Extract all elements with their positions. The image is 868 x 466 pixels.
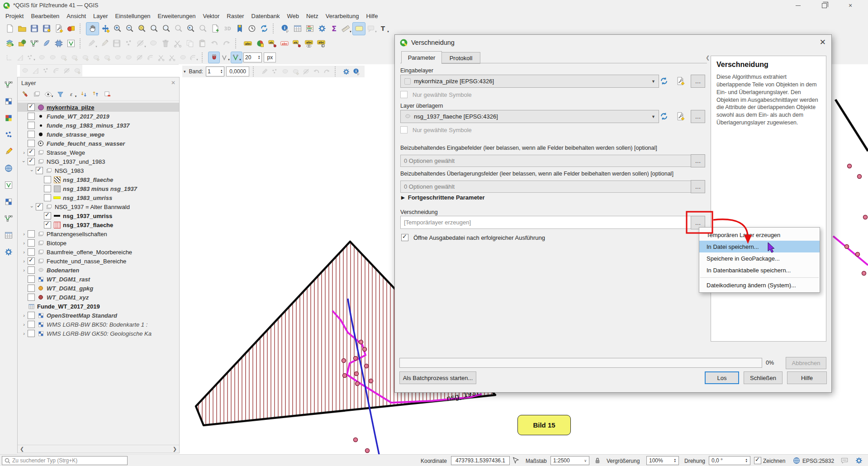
close-icon[interactable]: × bbox=[840, 0, 860, 11]
raster-grid-icon[interactable] bbox=[2, 95, 15, 107]
zoom-full-icon[interactable] bbox=[136, 23, 148, 35]
offset-curve-icon[interactable] bbox=[145, 52, 156, 63]
selected-features-only-checkbox-1[interactable]: Nur gewählte Symbole bbox=[400, 91, 472, 98]
layer-checkbox[interactable] bbox=[28, 113, 35, 120]
raster-checker-icon[interactable] bbox=[2, 196, 15, 208]
paste-features-icon[interactable] bbox=[196, 38, 208, 50]
processing-toolbox-icon[interactable] bbox=[316, 23, 328, 35]
zoom-next-icon[interactable] bbox=[197, 23, 209, 35]
delete-part-icon[interactable] bbox=[123, 52, 134, 63]
checkbox[interactable] bbox=[400, 126, 408, 133]
expander-icon[interactable]: › bbox=[28, 203, 36, 210]
expander-icon[interactable]: › bbox=[20, 266, 28, 274]
layer-row[interactable]: ›NSG_1983 bbox=[18, 166, 179, 175]
layer-row[interactable]: nsg_1983_umriss bbox=[18, 193, 179, 202]
show-hide-labels-icon[interactable] bbox=[303, 38, 315, 50]
raster-redo-icon[interactable] bbox=[322, 67, 332, 77]
snapping-type-icon[interactable]: ▾ bbox=[220, 52, 231, 63]
expander-icon[interactable]: › bbox=[20, 248, 28, 256]
expander-icon[interactable]: › bbox=[20, 239, 28, 247]
filter-legend-icon[interactable] bbox=[55, 89, 66, 100]
toolbar-overflow-icon[interactable]: ▾ bbox=[182, 69, 187, 74]
selected-features-only-checkbox-2[interactable]: Nur gewählte Symbole bbox=[400, 126, 472, 133]
layer-checkbox[interactable] bbox=[28, 285, 35, 292]
add-group-icon[interactable] bbox=[32, 89, 42, 100]
layer-row[interactable]: WT_DGM1_rast bbox=[18, 275, 179, 284]
layer-checkbox[interactable] bbox=[28, 330, 35, 337]
panel-close-icon[interactable]: ✕ bbox=[171, 80, 175, 86]
epsg-label[interactable]: EPSG:25832 bbox=[802, 458, 834, 464]
statistics-icon[interactable] bbox=[328, 23, 340, 35]
magnifier-spin[interactable]: 100% ▲▼ bbox=[646, 456, 679, 465]
layer-row[interactable]: Funde_WT_2017_2019 bbox=[18, 302, 179, 311]
zoom-native-icon[interactable] bbox=[172, 23, 185, 35]
vertex-tool-icon[interactable]: ▾ bbox=[135, 38, 147, 50]
new-shapefile-icon[interactable] bbox=[28, 38, 40, 50]
raster-undo-icon[interactable] bbox=[311, 67, 322, 77]
layer-checkbox[interactable] bbox=[44, 176, 51, 183]
expander-icon[interactable]: › bbox=[20, 158, 28, 165]
zoom-to-selection-icon[interactable] bbox=[148, 23, 160, 35]
layer-row[interactable]: ›Biotope bbox=[18, 238, 179, 247]
overlay-fields-select[interactable]: 0 Optionen gewählt bbox=[400, 181, 693, 193]
sketch-pencil-icon[interactable] bbox=[2, 146, 15, 157]
scroll-right-icon[interactable]: ❯ bbox=[173, 446, 177, 452]
checkbox[interactable] bbox=[400, 91, 408, 98]
scatter-points-icon[interactable] bbox=[2, 129, 15, 141]
menu-einstellungen[interactable]: Einstellungen bbox=[112, 12, 154, 20]
input-fields-browse-button[interactable]: … bbox=[691, 154, 705, 167]
table-grid-icon[interactable] bbox=[2, 229, 15, 241]
layer-checkbox[interactable] bbox=[28, 230, 35, 238]
menu-erweiterungen[interactable]: Erweiterungen bbox=[154, 12, 199, 20]
layer-checkbox[interactable] bbox=[44, 194, 51, 201]
context-menu-item[interactable]: Dateikodierung ändern (System)... bbox=[699, 279, 820, 291]
scroll-left-icon[interactable]: ❮ bbox=[20, 446, 24, 452]
layer-row[interactable]: ›NSG_1937_und_1983 bbox=[18, 157, 179, 166]
new-project-icon[interactable] bbox=[4, 23, 16, 35]
layer-row[interactable]: WT_DGM1_xyz bbox=[18, 293, 179, 302]
zoom-to-layer-icon[interactable] bbox=[160, 23, 172, 35]
dialog-close-icon[interactable]: ✕ bbox=[820, 38, 826, 47]
remove-layer-icon[interactable] bbox=[102, 89, 113, 100]
split-features-icon[interactable] bbox=[156, 52, 166, 63]
data-source-manager-icon[interactable] bbox=[4, 38, 16, 50]
layer-checkbox[interactable] bbox=[28, 321, 35, 328]
raster-draw-icon[interactable] bbox=[259, 67, 270, 77]
edit-wrench-icon[interactable] bbox=[674, 75, 687, 87]
add-ring-icon[interactable] bbox=[80, 52, 90, 63]
raster-points-icon[interactable] bbox=[270, 67, 280, 77]
annotation-icon[interactable]: ▾ bbox=[365, 23, 378, 35]
rotation-spin[interactable]: 0,0 ° ▲▼ bbox=[709, 456, 750, 465]
expander-icon[interactable]: › bbox=[20, 230, 28, 238]
snapping-tolerance-spin[interactable]: 20▲▼ bbox=[243, 52, 262, 62]
layer-checkbox[interactable] bbox=[28, 158, 35, 165]
context-menu-item[interactable]: In Datenbanktabelle speichern... bbox=[699, 264, 820, 276]
close-dialog-button[interactable]: Schließen bbox=[744, 371, 783, 384]
new-3d-map-view-icon[interactable] bbox=[221, 23, 233, 35]
add-part-icon[interactable] bbox=[90, 52, 101, 63]
layer-row[interactable]: funde_strasse_wege bbox=[18, 130, 179, 139]
context-menu-item[interactable]: In Datei speichern... bbox=[699, 241, 820, 252]
identify-features-icon[interactable] bbox=[279, 23, 291, 35]
layer-checkbox[interactable] bbox=[28, 312, 35, 319]
menu-datenbank[interactable]: Datenbank bbox=[248, 12, 284, 20]
mesh-points-icon[interactable] bbox=[41, 66, 51, 76]
menu-ansicht[interactable]: Ansicht bbox=[63, 12, 90, 20]
delete-ring-icon[interactable] bbox=[112, 52, 123, 63]
current-edits-icon[interactable]: ▾ bbox=[86, 38, 98, 50]
messages-bubble-icon[interactable] bbox=[840, 456, 849, 465]
layer-row[interactable]: ›WMS LGRB-BW BK50: Bodenkarte 1 : bbox=[18, 320, 179, 329]
spin-arrows-icon[interactable]: ▲▼ bbox=[674, 458, 676, 463]
layer-row[interactable]: Funde_WT_2017_2019 bbox=[18, 112, 179, 121]
layer-row[interactable]: ›Feuchte_und_nasse_Bereiche bbox=[18, 257, 179, 266]
tab-parameter[interactable]: Parameter bbox=[401, 51, 442, 63]
checkbox[interactable] bbox=[401, 234, 408, 241]
zoom-last-icon[interactable] bbox=[185, 23, 197, 35]
statistical-summary-icon[interactable] bbox=[304, 23, 316, 35]
raster-fill-icon[interactable] bbox=[290, 67, 301, 77]
run-button[interactable]: Los bbox=[705, 371, 739, 384]
spin-arrows-icon[interactable]: ▲▼ bbox=[745, 458, 748, 463]
advanced-parameters-expander[interactable]: ▶ Fortgeschrittene Parameter bbox=[401, 194, 484, 201]
expander-icon[interactable]: › bbox=[20, 149, 28, 156]
bookmarks-icon[interactable] bbox=[233, 23, 246, 35]
